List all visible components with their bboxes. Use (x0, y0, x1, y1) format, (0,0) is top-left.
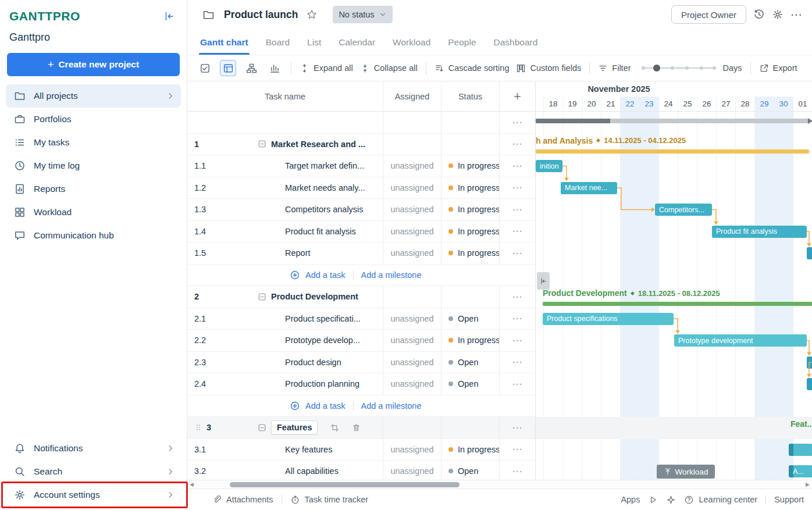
assigned-cell[interactable]: unassigned (383, 199, 441, 220)
collapse-sidebar-icon[interactable] (163, 10, 175, 22)
assigned-cell[interactable]: unassigned (383, 439, 441, 461)
add-task-link[interactable]: Add a task (305, 401, 346, 411)
table-row[interactable]: 2.4Production planningunassignedOpen⋯ (187, 373, 535, 395)
tab-people[interactable]: People (447, 37, 477, 55)
automation-icon[interactable] (666, 495, 676, 505)
table-row[interactable]: 1Market Research and ...⋯ (187, 134, 535, 156)
row-menu-icon[interactable]: ⋯ (499, 199, 535, 220)
sidebar-item-search[interactable]: Search (6, 460, 181, 483)
assigned-cell[interactable]: unassigned (383, 352, 441, 373)
task-bar[interactable]: inition (536, 160, 562, 172)
row-menu-icon[interactable]: ⋯ (499, 134, 535, 155)
task-bar[interactable]: Market nee... (561, 182, 617, 194)
task-name[interactable]: Report (285, 248, 311, 258)
hierarchy-view-icon[interactable] (243, 60, 259, 76)
status-cell[interactable]: In progress (441, 439, 499, 461)
assigned-cell[interactable]: unassigned (383, 221, 441, 242)
row-menu-icon[interactable]: ⋯ (499, 242, 535, 264)
task-bar[interactable] (807, 247, 812, 259)
task-name[interactable]: Market needs analy... (285, 183, 365, 192)
create-new-project-button[interactable]: + Create new project (7, 53, 180, 76)
table-row[interactable]: 1.2Market needs analy...unassignedIn pro… (187, 177, 535, 199)
task-name[interactable]: Product fit analysis (285, 227, 356, 236)
table-row[interactable]: 3.1Key featuresunassignedIn progress⋯ (187, 439, 535, 461)
task-bar[interactable]: Product specifications (543, 313, 674, 325)
assigned-cell[interactable] (383, 286, 441, 308)
assigned-cell[interactable]: unassigned (383, 461, 441, 480)
history-icon[interactable] (753, 9, 765, 20)
add-task-plus-icon[interactable] (290, 270, 300, 280)
sidebar-item-my-tasks[interactable]: My tasks (6, 131, 181, 154)
task-bar[interactable] (789, 444, 812, 456)
task-bar[interactable]: Prototype development (674, 334, 807, 347)
sidebar-item-reports[interactable]: Reports (6, 177, 181, 201)
status-cell[interactable]: In progress (441, 242, 499, 264)
sidebar-item-portfolios[interactable]: Portfolios (6, 108, 181, 131)
assigned-cell[interactable]: unassigned (383, 330, 441, 351)
task-name[interactable]: Target market defin... (285, 161, 364, 170)
task-time-tracker-button[interactable]: Task time tracker (290, 495, 369, 505)
task-name[interactable]: Production planning (285, 379, 359, 388)
row-menu-icon[interactable]: ⋯ (499, 373, 535, 395)
grid-view-icon[interactable] (220, 60, 236, 76)
table-row[interactable]: 1.5ReportunassignedIn progress⋯ (187, 242, 535, 265)
status-cell[interactable]: In progress (441, 177, 499, 199)
open-task-icon[interactable] (330, 423, 339, 432)
delete-task-icon[interactable] (352, 423, 361, 432)
drag-handle-icon[interactable] (194, 423, 202, 431)
assigned-cell[interactable]: unassigned (383, 155, 441, 177)
row-menu-icon[interactable]: ⋯ (499, 112, 535, 133)
task-name[interactable]: Features (271, 420, 318, 434)
table-row[interactable]: 3.2All capabilitiesunassignedOpen⋯ (187, 461, 535, 480)
task-bar[interactable] (807, 378, 812, 390)
project-status-dropdown[interactable]: No status (333, 6, 392, 23)
star-icon[interactable] (306, 9, 318, 20)
assigned-cell[interactable]: unassigned (383, 373, 441, 395)
task-bar[interactable] (807, 356, 812, 369)
custom-fields-button[interactable]: Custom fields (516, 63, 581, 73)
sidebar-item-all-projects[interactable]: All projects (6, 84, 181, 108)
filter-button[interactable]: Filter (598, 63, 631, 73)
tab-calendar[interactable]: Calendar (337, 37, 376, 55)
assigned-cell[interactable] (383, 417, 441, 438)
status-cell[interactable] (441, 286, 499, 308)
column-header-assigned[interactable]: Assigned (383, 81, 441, 111)
learning-center-button[interactable]: Learning center (684, 495, 757, 505)
add-row[interactable]: Add a taskAdd a milestone (187, 265, 535, 287)
status-cell[interactable]: Open (441, 352, 499, 373)
assigned-cell[interactable]: unassigned (383, 308, 441, 330)
project-summary-bar[interactable] (536, 119, 809, 123)
sidebar-item-workload[interactable]: Workload (6, 201, 181, 224)
horizontal-scrollbar[interactable]: ◀ ▶ (187, 480, 812, 488)
scrollbar-thumb[interactable] (230, 482, 460, 487)
status-cell[interactable] (441, 417, 499, 438)
task-name[interactable]: Product design (285, 358, 341, 367)
add-row[interactable]: Add a taskAdd a milestone (187, 395, 535, 418)
collapse-group-icon[interactable] (258, 293, 266, 301)
task-name[interactable]: All capabilities (285, 466, 339, 476)
group-summary-bar[interactable] (536, 149, 809, 154)
status-cell[interactable]: Open (441, 308, 499, 330)
add-column-button[interactable]: + (499, 81, 535, 111)
row-menu-icon[interactable]: ⋯ (499, 417, 535, 438)
status-cell[interactable]: Open (441, 461, 499, 480)
group-summary-bar[interactable] (543, 302, 812, 306)
task-name[interactable]: Product specificati... (285, 314, 361, 323)
tab-list[interactable]: List (306, 37, 322, 55)
scroll-left-arrow[interactable]: ◀ (190, 480, 194, 488)
zoom-slider[interactable] (642, 60, 716, 76)
row-menu-icon[interactable]: ⋯ (499, 155, 535, 177)
cascade-sorting-button[interactable]: Cascade sorting (435, 63, 510, 73)
task-name[interactable]: Key features (285, 445, 332, 454)
sidebar-item-communication-hub[interactable]: Communication hub (6, 224, 181, 247)
row-menu-icon[interactable]: ⋯ (499, 286, 535, 308)
status-cell[interactable]: Open (441, 373, 499, 395)
play-icon[interactable] (648, 495, 658, 505)
add-task-plus-icon[interactable] (290, 401, 300, 411)
row-menu-icon[interactable]: ⋯ (499, 177, 535, 199)
table-row[interactable]: 3Features⋯ (187, 417, 535, 439)
column-header-task-name[interactable]: Task name (187, 81, 383, 111)
status-cell[interactable]: In progress (441, 221, 499, 242)
support-button[interactable]: Support (774, 495, 804, 504)
zoom-slider-handle[interactable] (653, 65, 660, 72)
